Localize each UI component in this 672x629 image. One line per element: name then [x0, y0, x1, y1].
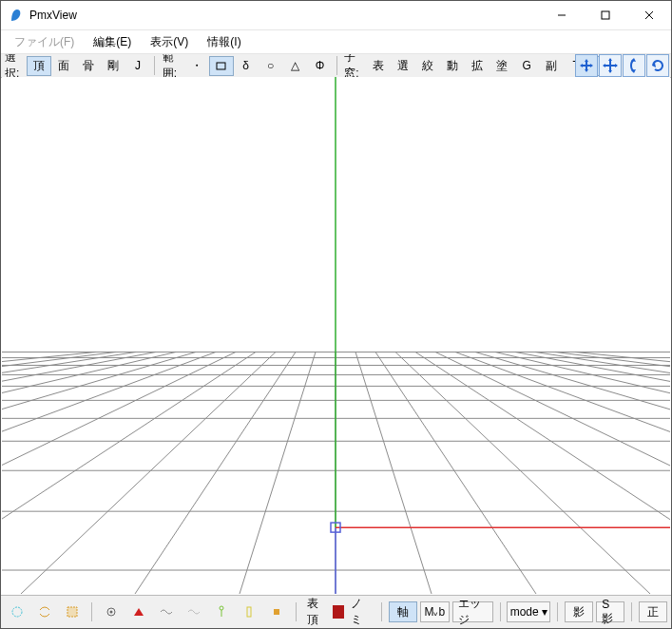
- disp-tri-icon[interactable]: [126, 601, 151, 622]
- svg-rect-1: [602, 11, 609, 19]
- cw-display-button[interactable]: 表: [366, 56, 391, 76]
- svg-line-36: [21, 352, 276, 594]
- mvb-button[interactable]: Mᵥb: [420, 601, 450, 622]
- disp-3-icon[interactable]: [60, 601, 85, 622]
- menu-view[interactable]: 表示(V): [141, 31, 198, 53]
- sel-rigid-button[interactable]: 剛: [101, 56, 125, 76]
- svg-marker-15: [603, 64, 605, 67]
- svg-line-33: [355, 352, 432, 594]
- separator: [154, 56, 155, 75]
- disp-2-icon[interactable]: [32, 601, 57, 622]
- svg-line-34: [135, 352, 296, 594]
- svg-line-55: [2, 352, 96, 594]
- svg-rect-61: [67, 607, 77, 617]
- sel-bone-button[interactable]: 骨: [76, 56, 101, 76]
- svg-line-47: [495, 352, 670, 594]
- svg-line-48: [515, 352, 670, 594]
- cw-sub-button[interactable]: 副: [539, 56, 564, 76]
- shadow-button[interactable]: 影: [565, 601, 593, 622]
- separator: [381, 602, 382, 621]
- title-bar: PmxView: [1, 1, 671, 30]
- 3d-viewport[interactable]: [2, 77, 670, 594]
- close-button[interactable]: [627, 1, 671, 29]
- sel-joint-button[interactable]: J: [125, 56, 150, 76]
- menu-info[interactable]: 情報(I): [198, 31, 250, 53]
- svg-rect-67: [247, 607, 251, 617]
- range-delta-button[interactable]: δ: [234, 56, 259, 76]
- sel-vertex-button[interactable]: 頂: [27, 56, 51, 76]
- disp-1-icon[interactable]: [5, 601, 29, 622]
- pmxview-window: { "title": "PmxView", "menus": {"file":"…: [0, 0, 672, 629]
- cw-select-button[interactable]: 選: [391, 56, 415, 76]
- sel-face-button[interactable]: 面: [51, 56, 76, 76]
- cw-move-button[interactable]: 動: [440, 56, 465, 76]
- menu-edit[interactable]: 編集(E): [84, 31, 141, 53]
- svg-line-45: [475, 352, 670, 594]
- view-move-button[interactable]: [599, 54, 622, 77]
- separator: [557, 602, 558, 621]
- disp-wave1-icon[interactable]: [154, 601, 179, 622]
- range-rect-button[interactable]: [209, 56, 234, 76]
- nomi-button[interactable]: ノミ: [347, 601, 374, 622]
- select-label: 選択:: [1, 54, 27, 78]
- separator: [631, 602, 632, 621]
- disp-bone-icon[interactable]: [209, 601, 234, 622]
- color-swatch[interactable]: [333, 605, 344, 619]
- bottom-toolbar: 表頂 ノミ 軸 Mᵥb エッジ mode ▾ 影 S影 正: [1, 595, 671, 628]
- svg-line-44: [2, 352, 196, 594]
- app-icon: [9, 8, 24, 23]
- svg-line-39: [415, 352, 670, 594]
- svg-rect-4: [217, 63, 225, 69]
- svg-point-60: [12, 607, 22, 617]
- cw-paint-button[interactable]: 塗: [490, 56, 514, 76]
- separator: [296, 602, 297, 621]
- svg-marker-14: [608, 70, 612, 73]
- maximize-button[interactable]: [584, 1, 627, 29]
- ortho-button[interactable]: 正: [639, 601, 667, 622]
- svg-marker-16: [615, 64, 618, 67]
- surface-vertex-button[interactable]: 表頂: [303, 601, 331, 622]
- svg-point-65: [220, 606, 223, 610]
- separator: [91, 602, 92, 621]
- svg-line-54: [575, 352, 670, 594]
- menu-file[interactable]: ファイル(F): [5, 31, 84, 53]
- svg-line-35: [375, 352, 536, 594]
- range-tri-button[interactable]: △: [283, 56, 308, 76]
- axis-button[interactable]: 軸: [389, 601, 417, 622]
- view-tools-panel: [575, 54, 669, 77]
- edge-button[interactable]: エッジ: [452, 601, 493, 622]
- view-pan-button[interactable]: [575, 54, 598, 77]
- range-dot-button[interactable]: ・: [184, 56, 209, 76]
- cw-scale-button[interactable]: 拡: [465, 56, 490, 76]
- separator: [500, 602, 501, 621]
- svg-line-32: [240, 352, 316, 594]
- separator: [336, 56, 337, 75]
- svg-line-38: [2, 352, 256, 594]
- cw-narrow-button[interactable]: 絞: [415, 56, 440, 76]
- disp-rigid-icon[interactable]: [237, 601, 261, 622]
- svg-line-42: [2, 352, 216, 594]
- svg-line-43: [455, 352, 670, 594]
- mode-dropdown[interactable]: mode ▾: [507, 601, 550, 622]
- disp-dot-icon[interactable]: [99, 601, 124, 622]
- svg-point-63: [109, 611, 112, 614]
- disp-wave2-icon[interactable]: [182, 601, 206, 622]
- svg-rect-68: [274, 609, 279, 615]
- childwin-label: 子窓:: [340, 54, 366, 78]
- disp-joint-icon[interactable]: [264, 601, 289, 622]
- svg-line-46: [2, 352, 176, 594]
- view-zoom-button[interactable]: [623, 54, 645, 77]
- range-phi-button[interactable]: Φ: [308, 56, 333, 76]
- svg-line-49: [2, 352, 156, 594]
- range-label: 範囲:: [159, 54, 184, 78]
- minimize-button[interactable]: [540, 1, 584, 29]
- svg-marker-13: [608, 58, 612, 61]
- range-circle-button[interactable]: ○: [259, 56, 283, 76]
- window-title: PmxView: [29, 9, 77, 22]
- view-rotate-button[interactable]: [646, 54, 669, 77]
- toolbar: 選択: 頂 面 骨 剛 J 範囲: ・ δ ○ △ Φ 子窓: 表 選 絞 動 …: [1, 54, 671, 78]
- cw-g-button[interactable]: G: [514, 56, 539, 76]
- svg-marker-64: [134, 608, 144, 616]
- sshadow-button[interactable]: S影: [596, 601, 624, 622]
- svg-line-37: [395, 352, 650, 594]
